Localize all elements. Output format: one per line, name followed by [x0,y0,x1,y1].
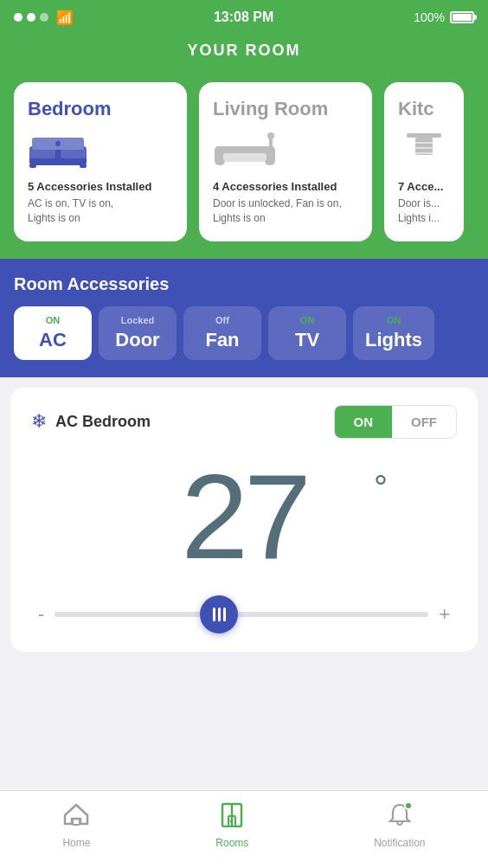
kitchen-count: 7 Acce... [398,180,450,193]
status-time: 13:08 PM [214,10,273,25]
nav-item-home[interactable]: Home [62,801,90,849]
signal-dot-2 [27,13,35,22]
ac-status: ON [26,315,80,325]
fan-name: Fan [196,329,249,351]
svg-point-21 [230,820,233,823]
slider-plus-button[interactable]: + [439,603,450,626]
svg-rect-3 [29,164,36,168]
signal-dot-3 [40,13,48,22]
svg-point-12 [267,132,274,139]
slider-thumb-lines [213,608,226,621]
snowflake-icon: ❄ [31,410,47,433]
bedroom-name: Bedroom [28,98,173,120]
ac-bedroom-label: AC Bedroom [55,413,151,431]
ac-label-wrap: ❄ AC Bedroom [31,410,151,433]
bottom-nav: Home Rooms Notification [0,790,488,868]
kitchen-name: Kitc [398,98,450,120]
lights-status: ON [365,315,422,325]
ac-toggle: ON OFF [334,405,458,439]
status-bar: 📶 13:08 PM 100% [0,0,488,35]
accessory-btn-tv[interactable]: ON TV [268,306,346,360]
ac-header: ❄ AC Bedroom ON OFF [31,405,457,439]
living-count: 4 Accessories Installed [213,180,358,193]
accessory-btn-ac[interactable]: ON AC [14,306,92,360]
room-card-kitchen[interactable]: Kitc 7 Acce... Door is...Lights i... [384,82,464,241]
page-title: YOUR ROOM [0,42,488,60]
thumb-line-2 [218,608,221,621]
tv-status: ON [280,315,334,325]
living-icon [213,129,358,171]
tv-name: TV [280,329,334,351]
slider-track[interactable] [55,612,428,617]
kitchen-status: Door is...Lights i... [398,196,450,226]
nav-notification-label: Notification [374,837,425,849]
living-name: Living Room [213,98,358,120]
accessories-section: Room Accessories ON AC Locked Door Off F… [0,259,488,377]
status-left: 📶 [14,10,74,26]
temperature-slider-wrap: - + [31,603,457,626]
lights-name: Lights [365,329,422,351]
accessory-btn-fan[interactable]: Off Fan [183,306,261,360]
notification-badge [404,801,413,810]
rooms-scroll: Bedroom 5 Accessories Installed AC is on… [0,74,488,259]
slider-fill [55,612,222,617]
nav-item-notification[interactable]: Notification [374,801,425,849]
ac-name: AC [26,329,80,351]
battery-icon [450,11,474,23]
status-right: 100% [414,10,474,24]
door-status: Locked [111,315,164,325]
slider-thumb[interactable] [200,595,238,633]
svg-point-6 [55,141,61,146]
bedroom-icon [28,129,173,171]
accessory-btn-door[interactable]: Locked Door [99,306,177,360]
bedroom-status: AC is on, TV is on,Lights is on [28,196,173,226]
slider-minus-button[interactable]: - [38,603,44,626]
thumb-line-3 [223,608,226,621]
signal-dot-1 [14,13,22,22]
page-header: YOUR ROOM [0,35,488,74]
accessory-btn-lights[interactable]: ON Lights [353,306,434,360]
door-name: Door [111,329,164,351]
temperature-value: 27 [181,448,307,584]
accessories-title: Room Accessories [14,274,474,294]
ac-control-section: ❄ AC Bedroom ON OFF 27 ° - + [10,388,478,652]
rooms-icon [219,801,245,833]
svg-rect-13 [407,133,441,138]
svg-rect-11 [269,136,273,160]
temperature-display: 27 ° [31,456,457,577]
home-icon [63,801,89,833]
accessories-row: ON AC Locked Door Off Fan ON TV ON Light… [14,306,474,360]
room-card-bedroom[interactable]: Bedroom 5 Accessories Installed AC is on… [14,82,187,241]
svg-rect-4 [80,164,87,168]
room-card-living[interactable]: Living Room 4 Accessories Installed Door… [199,82,372,241]
notification-icon-wrap [387,801,413,833]
nav-item-rooms[interactable]: Rooms [215,801,248,849]
kitchen-icon [398,129,450,171]
nav-home-label: Home [62,837,90,849]
degree-symbol: ° [374,468,388,507]
nav-rooms-label: Rooms [215,837,248,849]
battery-text: 100% [414,10,445,24]
toggle-on-button[interactable]: ON [335,406,393,438]
living-status: Door is unlocked, Fan is on,Lights is on [213,196,358,226]
battery-fill [453,14,472,21]
thumb-line-1 [213,608,215,621]
svg-rect-10 [223,153,266,162]
bedroom-count: 5 Accessories Installed [28,180,173,193]
fan-status: Off [196,315,249,325]
wifi-icon: 📶 [56,10,74,26]
toggle-off-button[interactable]: OFF [392,406,456,438]
